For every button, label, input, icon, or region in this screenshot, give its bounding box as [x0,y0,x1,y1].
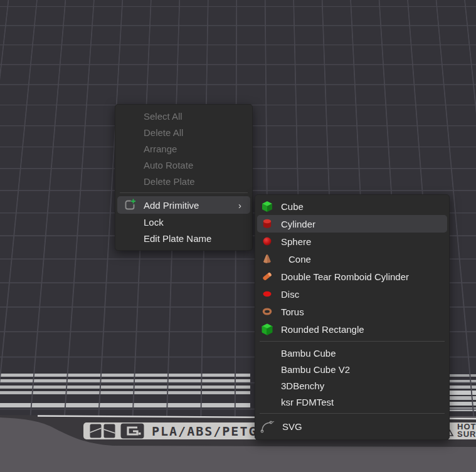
submenu-item-label: Disc [281,289,299,300]
menu-item-add-primitive[interactable]: Add Primitive › [117,196,250,214]
submenu-item-label: Torus [281,307,304,317]
menu-item-label: Auto Rotate [144,160,193,170]
submenu-item-label: Double Tear Romboid Cylinder [281,271,409,282]
submenu-item-cylinder[interactable]: Cylinder [257,215,447,233]
menu-item-delete-plate: Delete Plate [115,173,252,189]
cube-icon [261,200,273,212]
submenu-item-label: Rounded Rectangle [281,324,364,335]
submenu-item-cone[interactable]: Cone [255,250,449,268]
menu-item-label: Add Primitive [144,200,199,211]
menu-item-label: Edit Plate Name [144,233,211,244]
submenu-separator [260,341,445,342]
hot-surface-line2: SURFACE [457,431,476,438]
double-tear-romboid-cylinder-icon [261,270,273,283]
menu-separator [120,192,248,193]
submenu-item-double-tear-romboid-cylinder[interactable]: Double Tear Romboid Cylinder [255,268,449,285]
submenu-item-label: Cylinder [281,219,315,229]
menu-item-label: Arrange [144,144,177,154]
menu-item-edit-plate-name[interactable]: Edit Plate Name [115,230,252,246]
slicer-viewport: PLA/ABS/PETG HOT SURFACE Select All Dele… [0,0,476,472]
menu-item-arrange: Arrange [115,140,252,157]
torus-icon [261,305,273,318]
add-primitive-submenu: Cube Cylinder Sphere [255,194,450,440]
cone-icon [261,253,273,265]
plate-material-label: PLA/ABS/PETG [152,424,258,439]
menu-item-label: Select All [144,111,182,122]
submenu-item-disc[interactable]: Disc [255,285,449,303]
menu-item-label: Delete All [144,127,183,138]
bambu-logo [90,424,115,438]
menu-item-label: Lock [144,217,164,228]
menu-item-auto-rotate: Auto Rotate [115,157,252,173]
submenu-item-3dbenchy[interactable]: 3DBenchy [255,377,449,394]
plate-type-logo [120,423,144,439]
submenu-item-bambu-cube[interactable]: Bambu Cube [255,345,449,361]
submenu-separator [260,413,445,414]
submenu-item-sphere[interactable]: Sphere [255,233,449,250]
menu-item-label: Delete Plate [144,176,195,187]
submenu-item-torus[interactable]: Torus [255,303,449,320]
disc-icon [261,288,273,300]
rounded-rectangle-icon [261,323,273,335]
bezier-curve-icon [260,419,275,434]
submenu-item-label: ksr FDMTest [281,397,334,407]
submenu-item-label: Bambu Cube [281,348,336,359]
submenu-item-label: Bambu Cube V2 [281,364,350,375]
menu-item-delete-all: Delete All [115,124,252,140]
menu-item-lock[interactable]: Lock [115,214,252,230]
cylinder-icon [261,218,273,230]
submenu-item-bambu-cube-v2[interactable]: Bambu Cube V2 [255,361,449,377]
submenu-item-label-cone: Cone [288,254,311,265]
context-menu: Select All Delete All Arrange Auto Rotat… [115,104,253,251]
submenu-item-label: Sphere [281,236,311,247]
submenu-item-cube[interactable]: Cube [255,197,449,215]
submenu-item-rounded-rectangle[interactable]: Rounded Rectangle [255,320,449,338]
submenu-item-label: Cube [281,201,304,212]
menu-item-select-all: Select All [115,108,252,124]
submenu-item-label: 3DBenchy [281,380,324,391]
submenu-item-label: SVG [282,421,302,432]
submenu-item-svg[interactable]: SVG [255,417,449,436]
chevron-right-icon: › [238,200,241,211]
add-primitive-icon [123,198,137,212]
submenu-item-ksr-fdmtest[interactable]: ksr FDMTest [255,394,449,410]
sphere-icon [261,235,273,248]
